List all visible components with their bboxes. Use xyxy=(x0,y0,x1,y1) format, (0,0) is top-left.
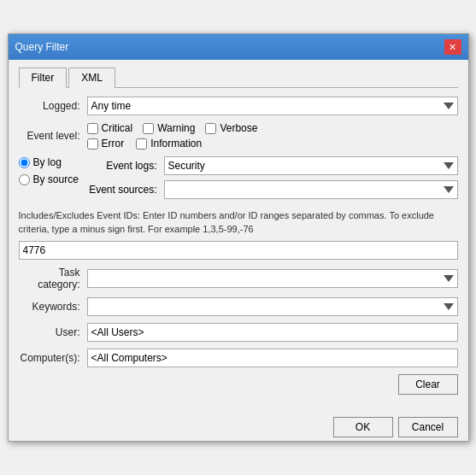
checkbox-verbose-input[interactable] xyxy=(205,123,216,134)
cancel-button[interactable]: Cancel xyxy=(398,417,458,437)
task-category-row: Task category: xyxy=(19,267,458,290)
user-row: User: xyxy=(19,323,458,342)
checkbox-verbose[interactable]: Verbose xyxy=(205,122,257,134)
event-fields: Event logs: Security Application System … xyxy=(87,156,458,204)
ok-button[interactable]: OK xyxy=(333,417,393,437)
title-bar: Query Filter ✕ xyxy=(9,34,468,60)
event-level-row: Event level: Critical Warning Verbose xyxy=(19,122,458,150)
log-source-section: By log By source Event logs: Security Ap… xyxy=(19,156,458,204)
logged-row: Logged: Any time Last hour Last 12 hours… xyxy=(19,97,458,115)
checkbox-warning-input[interactable] xyxy=(143,123,154,134)
checkbox-critical-input[interactable] xyxy=(87,123,98,134)
dialog-title: Query Filter xyxy=(15,41,69,53)
radio-by-source[interactable]: By source xyxy=(19,173,87,185)
dialog-body: Filter XML Logged: Any time Last hour La… xyxy=(9,60,468,410)
keywords-dropdown[interactable] xyxy=(87,297,458,316)
clear-area: Clear xyxy=(19,374,458,395)
checkbox-error[interactable]: Error xyxy=(87,138,125,150)
checkboxes-row-2: Error Information xyxy=(87,138,458,150)
event-id-input[interactable] xyxy=(19,241,458,260)
tab-filter[interactable]: Filter xyxy=(19,67,68,88)
clear-button[interactable]: Clear xyxy=(398,374,458,395)
tab-xml[interactable]: XML xyxy=(68,67,115,88)
radio-by-source-input[interactable] xyxy=(19,174,30,185)
user-control xyxy=(87,323,458,342)
checkbox-error-input[interactable] xyxy=(87,138,98,150)
computer-input[interactable] xyxy=(87,349,458,367)
task-category-control xyxy=(87,269,458,288)
radio-column: By log By source xyxy=(19,156,87,204)
keywords-control xyxy=(87,297,458,316)
checkbox-critical[interactable]: Critical xyxy=(87,122,133,134)
logged-dropdown[interactable]: Any time Last hour Last 12 hours Last 24… xyxy=(87,97,458,115)
keywords-label: Keywords: xyxy=(19,301,87,313)
checkbox-information[interactable]: Information xyxy=(136,138,202,150)
hint-text: Includes/Excludes Event IDs: Enter ID nu… xyxy=(19,209,458,236)
keywords-row: Keywords: xyxy=(19,297,458,316)
task-category-dropdown[interactable] xyxy=(87,269,458,288)
computer-control xyxy=(87,349,458,367)
footer: OK Cancel xyxy=(9,410,468,441)
checkbox-information-input[interactable] xyxy=(136,138,147,150)
query-filter-dialog: Query Filter ✕ Filter XML Logged: Any ti… xyxy=(8,33,469,442)
event-sources-dropdown[interactable] xyxy=(164,180,458,199)
checkboxes-row-1: Critical Warning Verbose xyxy=(87,122,458,134)
event-level-label: Event level: xyxy=(19,130,87,142)
logged-label: Logged: xyxy=(19,100,87,112)
task-category-label: Task category: xyxy=(19,267,87,290)
event-logs-label: Event logs: xyxy=(87,160,164,172)
event-sources-label: Event sources: xyxy=(87,184,164,196)
computer-label: Computer(s): xyxy=(19,352,87,364)
event-id-row xyxy=(19,241,458,260)
user-input[interactable] xyxy=(87,323,458,342)
user-label: User: xyxy=(19,326,87,338)
event-level-checkboxes: Critical Warning Verbose Error xyxy=(87,122,458,150)
checkbox-warning[interactable]: Warning xyxy=(143,122,195,134)
event-logs-dropdown[interactable]: Security Application System Setup xyxy=(164,156,458,175)
close-button[interactable]: ✕ xyxy=(444,39,461,55)
radio-by-log[interactable]: By log xyxy=(19,156,87,168)
computer-row: Computer(s): xyxy=(19,349,458,367)
tabs-bar: Filter XML xyxy=(19,67,458,88)
logged-control: Any time Last hour Last 12 hours Last 24… xyxy=(87,97,458,115)
event-sources-row: Event sources: xyxy=(87,180,458,199)
event-logs-row: Event logs: Security Application System … xyxy=(87,156,458,175)
radio-by-log-input[interactable] xyxy=(19,157,30,168)
